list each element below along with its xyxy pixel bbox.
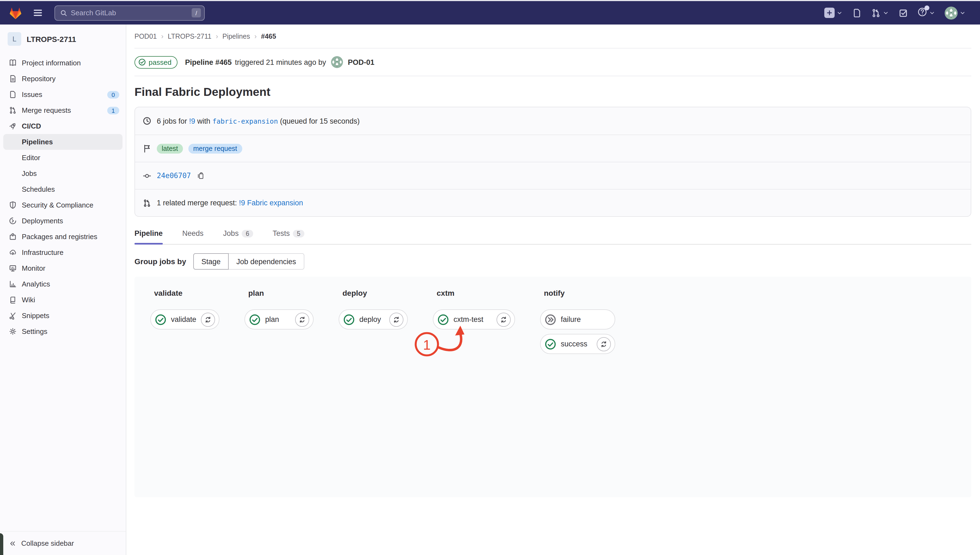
retry-icon <box>600 340 608 348</box>
deployments-icon <box>9 217 17 225</box>
related-mr-row: 1 related merge request: !9 Fabric expan… <box>135 189 971 216</box>
latest-badge: latest <box>157 144 183 153</box>
group-by-stage-button[interactable]: Stage <box>193 253 229 269</box>
branch-link[interactable]: fabric-expansion <box>212 117 278 125</box>
sidebar-item-analytics[interactable]: Analytics <box>3 276 123 292</box>
shield-icon <box>9 201 17 209</box>
breadcrumb-pipelines[interactable]: Pipelines <box>223 32 250 40</box>
collapse-sidebar-button[interactable]: Collapse sidebar <box>0 531 126 555</box>
stage-deploy: deploy deploy <box>339 289 408 329</box>
triggerer-avatar[interactable] <box>331 56 343 68</box>
status-success-icon <box>343 313 355 326</box>
gitlab-logo-icon[interactable] <box>9 6 22 19</box>
plus-icon <box>826 9 833 16</box>
tab-tests[interactable]: Tests5 <box>272 222 304 244</box>
wiki-icon <box>9 296 17 304</box>
retry-job-button[interactable] <box>597 337 611 351</box>
group-by-dependencies-button[interactable]: Job dependencies <box>229 253 304 269</box>
tab-jobs[interactable]: Jobs6 <box>223 222 253 244</box>
triggered-text: triggered 21 minutes ago by <box>235 58 326 66</box>
group-jobs-label: Group jobs by <box>135 257 186 266</box>
copy-icon[interactable] <box>196 172 205 180</box>
pipeline-info-card: 6 jobs for !9 with fabric-expansion (que… <box>135 107 971 217</box>
sidebar-item-packages[interactable]: Packages and registries <box>3 229 123 245</box>
sidebar-item-issues[interactable]: Issues 0 <box>3 87 123 103</box>
breadcrumb-separator: › <box>216 32 218 40</box>
sidebar-item-editor[interactable]: Editor <box>3 150 123 165</box>
merge-request-badge: merge request <box>188 144 242 153</box>
retry-job-button[interactable] <box>201 312 215 327</box>
annotation-circle <box>416 333 438 355</box>
todos-icon[interactable] <box>898 8 908 18</box>
sidebar-item-snippets[interactable]: Snippets <box>3 308 123 324</box>
pipeline-badges-row: latest merge request <box>135 135 971 162</box>
document-icon <box>9 75 17 83</box>
mr-count-badge: 1 <box>107 106 119 114</box>
clock-icon <box>143 117 151 125</box>
retry-icon <box>204 316 212 323</box>
page-title: Final Fabric Deployment <box>135 85 971 99</box>
sidebar-item-cicd[interactable]: CI/CD <box>3 118 123 134</box>
issues-icon <box>9 90 17 99</box>
merge-request-icon <box>9 106 17 114</box>
triggerer-name[interactable]: POD-01 <box>348 58 375 66</box>
job-plan[interactable]: plan <box>245 310 314 329</box>
project-name: LTROPS-2711 <box>27 35 76 43</box>
project-header[interactable]: L LTROPS-2711 <box>0 24 126 53</box>
job-deploy[interactable]: deploy <box>339 310 408 329</box>
sidebar-item-settings[interactable]: Settings <box>3 324 123 339</box>
mr-ref-link[interactable]: !9 <box>189 117 195 125</box>
job-validate[interactable]: validate <box>150 310 219 329</box>
sidebar-item-infrastructure[interactable]: Infrastructure <box>3 245 123 260</box>
chevron-down-icon[interactable] <box>882 10 889 16</box>
check-circle-icon <box>138 58 146 66</box>
chevron-down-icon[interactable] <box>929 10 935 16</box>
sidebar-item-security-compliance[interactable]: Security & Compliance <box>3 197 123 213</box>
issues-icon[interactable] <box>852 8 862 18</box>
retry-job-button[interactable] <box>389 312 404 327</box>
chevron-down-icon[interactable] <box>959 10 966 16</box>
search-box[interactable]: / <box>54 5 205 21</box>
cloud-gear-icon <box>9 249 17 257</box>
pipeline-graph: validate validate plan plan <box>135 277 971 497</box>
status-badge[interactable]: passed <box>135 56 178 68</box>
hamburger-menu-icon[interactable] <box>33 8 43 18</box>
breadcrumb: POD01 › LTROPS-2711 › Pipelines › #465 <box>135 24 971 48</box>
status-success-icon <box>155 313 167 326</box>
related-mr-link[interactable]: !9 Fabric expansion <box>239 199 303 207</box>
sidebar-item-project-information[interactable]: Project information <box>3 55 123 71</box>
tab-pipeline[interactable]: Pipeline <box>135 222 163 244</box>
breadcrumb-project[interactable]: LTROPS-2711 <box>168 32 211 40</box>
retry-job-button[interactable] <box>295 312 309 327</box>
pipeline-tabs: Pipeline Needs Jobs6 Tests5 <box>135 222 971 245</box>
retry-job-button[interactable] <box>496 312 511 327</box>
sidebar-item-repository[interactable]: Repository <box>3 71 123 87</box>
status-success-icon <box>544 338 556 350</box>
stage-cxtm: cxtm cxtm-test <box>433 289 515 329</box>
sidebar-item-deployments[interactable]: Deployments <box>3 213 123 229</box>
sidebar-item-merge-requests[interactable]: Merge requests 1 <box>3 103 123 118</box>
book-icon <box>9 59 17 67</box>
commit-sha-link[interactable]: 24e06707 <box>157 172 191 180</box>
job-success[interactable]: success <box>540 334 615 354</box>
job-failure[interactable]: failure <box>540 310 615 329</box>
main-content: POD01 › LTROPS-2711 › Pipelines › #465 p… <box>127 24 980 555</box>
user-avatar[interactable] <box>945 6 958 19</box>
rocket-icon <box>9 122 17 130</box>
tab-needs[interactable]: Needs <box>183 222 203 244</box>
merge-requests-icon[interactable] <box>871 8 881 18</box>
issues-count-badge: 0 <box>107 91 119 98</box>
chevron-down-icon[interactable] <box>836 10 843 16</box>
sidebar-item-monitor[interactable]: Monitor <box>3 260 123 276</box>
search-input[interactable] <box>67 9 192 17</box>
notification-dot <box>924 5 929 10</box>
job-cxtm-test[interactable]: cxtm-test <box>433 310 515 329</box>
gitlab-pipeline-page: / <box>0 0 980 555</box>
sidebar-item-schedules[interactable]: Schedules <box>3 181 123 197</box>
sidebar-item-wiki[interactable]: Wiki <box>3 292 123 308</box>
breadcrumb-group[interactable]: POD01 <box>135 32 157 40</box>
sidebar-item-jobs[interactable]: Jobs <box>3 165 123 181</box>
new-menu-button[interactable] <box>824 8 834 18</box>
sidebar-item-pipelines[interactable]: Pipelines <box>3 134 123 150</box>
retry-icon <box>298 316 306 323</box>
